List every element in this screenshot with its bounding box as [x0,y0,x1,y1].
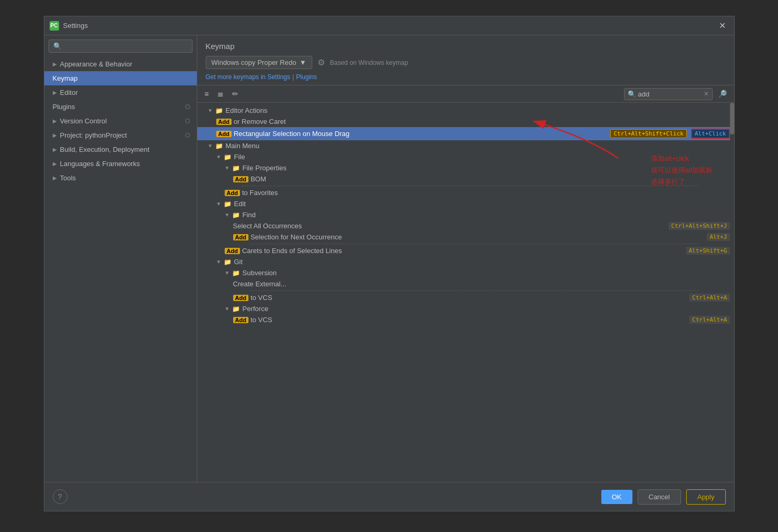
sidebar-item-editor[interactable]: ▶ Editor [44,85,197,100]
tree-edit-row[interactable]: ▼ 📁 Edit [197,198,734,209]
tree-select-all-row[interactable]: Select All Occurrences Ctrl+Alt+Shift+J [197,220,734,231]
tree-add-to-vcs-row[interactable]: Add to VCS Ctrl+Alt+A [197,292,734,303]
sidebar-item-label: Editor [60,89,78,96]
file-label: File [234,153,730,161]
chevron-right-icon: ▶ [53,118,57,124]
get-more-keymaps-link[interactable]: Get more keymaps in Settings [206,73,291,81]
tree-editor-actions-row[interactable]: ▼ 📁 Editor Actions [197,105,734,116]
clear-search-button[interactable]: ✕ [704,90,709,98]
gear-icon[interactable]: ⚙ [318,57,325,67]
tree-find-row[interactable]: ▼ 📁 Find [197,209,734,220]
sidebar-search[interactable]: 🔍 [49,40,193,53]
edit-label: Edit [234,200,730,208]
chevron-down-icon: ▼ [208,143,215,149]
advanced-search-button[interactable]: 🔎 [715,88,730,100]
help-button[interactable]: ? [53,489,68,504]
shortcut-ctrl-alt-a: Ctrl+Alt+A [689,294,729,302]
separator [250,244,698,244]
sidebar-item-version-control[interactable]: ▶ Version Control ⬡ [44,114,197,128]
ok-button[interactable]: OK [601,490,632,504]
add-badge: Add [216,119,232,125]
bottom-bar: ? OK Cancel Apply [44,482,734,511]
tree-add-selection-next-row[interactable]: Add Selection for Next Occurrence Alt+J [197,231,734,243]
tree-add-remove-caret-row[interactable]: Add or Remove Caret [197,116,734,127]
separator [242,186,698,186]
sidebar-item-plugins[interactable]: Plugins ⬡ [44,100,197,114]
tree-create-external-row[interactable]: Create External... [197,278,734,289]
shortcut-row: Ctrl+Alt+A [687,316,729,324]
apply-button[interactable]: Apply [686,489,726,505]
add-to-vcs-perf-label: to VCS [251,316,687,324]
keymap-links: Get more keymaps in Settings | Plugins [206,73,726,81]
shortcut-row: Alt+Shift+G [684,247,730,255]
tree-main-menu-row[interactable]: ▼ 📁 Main Menu [197,140,734,151]
editor-actions-label: Editor Actions [226,107,730,114]
shortcut-ctrl-alt-shift-click: Ctrl+Alt+Shift+Click [610,129,686,138]
chevron-right-icon: ▶ [53,175,57,181]
sidebar-item-label: Keymap [53,74,78,82]
sidebar-item-build[interactable]: ▶ Build, Execution, Deployment [44,142,197,157]
title-bar: PC Settings ✕ [44,16,734,35]
tree-add-bom-row[interactable]: Add BOM [197,173,734,185]
tree-file-properties-row[interactable]: ▼ 📁 File Properties [197,162,734,173]
collapse-all-button[interactable]: ≡ [201,88,212,100]
sidebar-item-languages[interactable]: ▶ Languages & Frameworks [44,157,197,171]
tree-add-favorites-row[interactable]: Add to Favorites [197,187,734,198]
tree-subversion-row[interactable]: ▼ 📁 Subversion [197,267,734,278]
main-panel: Keymap Windows copy Proper Redo ▼ ⚙ Base… [197,35,734,482]
tree-add-to-vcs-perf-row[interactable]: Add to VCS Ctrl+Alt+A [197,314,734,325]
sidebar-item-label: Plugins [53,103,75,111]
folder-icon: 📁 [224,200,232,208]
chevron-down-icon: ▼ [225,212,232,218]
nav-items: ▶ Appearance & Behavior Keymap ▶ Editor … [44,57,197,482]
chevron-down-icon: ▼ [216,201,224,207]
tree-add-carets-row[interactable]: Add Carets to Ends of Selected Lines Alt… [197,245,734,256]
chevron-down-icon: ▼ [216,154,224,160]
keymap-dropdown[interactable]: Windows copy Proper Redo ▼ [206,56,312,69]
main-menu-label: Main Menu [226,142,730,150]
tree-perforce-row[interactable]: ▼ 📁 Perforce [197,303,734,314]
shortcut-row: Alt+J [705,233,729,241]
cancel-button[interactable]: Cancel [638,489,681,505]
shortcut-alt-click: Alt+Click [691,129,730,139]
search-field[interactable]: 🔍 ✕ [624,88,713,100]
close-button[interactable]: ✕ [716,20,729,32]
keymap-toolbar: ≡ ≣ ✏ 🔍 ✕ 🔎 [197,85,734,103]
sidebar-item-label: Languages & Frameworks [60,160,140,168]
file-properties-label: File Properties [243,164,730,172]
folder-icon: 📁 [215,107,224,114]
plugins-link[interactable]: Plugins [296,73,316,81]
search-icon: 🔍 [53,42,62,50]
tree-file-row[interactable]: ▼ 📁 File [197,151,734,162]
expand-button[interactable]: ≣ [214,88,227,100]
edit-button[interactable]: ✏ [229,88,242,100]
chevron-down-icon: ▼ [208,108,215,113]
tree-git-row[interactable]: ▼ 📁 Git [197,256,734,267]
sidebar-item-project[interactable]: ▶ Project: pythonProject ⬡ [44,128,197,142]
shortcut-alt-shift-g: Alt+Shift+G [686,247,730,255]
shortcut-ctrl-alt-shift-j: Ctrl+Alt+Shift+J [669,222,730,230]
content-area: 🔍 ▶ Appearance & Behavior Keymap ▶ Edito… [44,35,734,482]
based-on-label: Based on Windows keymap [330,59,408,66]
sidebar-item-label: Version Control [60,117,107,125]
chevron-down-icon: ▼ [225,165,232,171]
search-input[interactable] [638,90,702,98]
chevron-right-icon: ▶ [53,147,57,152]
chevron-right-icon: ▶ [53,132,57,138]
sidebar-search-input[interactable] [65,42,188,50]
add-rect-label: Rectangular Selection on Mouse Drag [234,130,609,138]
sidebar-item-keymap[interactable]: Keymap [44,71,197,85]
sidebar-item-appearance[interactable]: ▶ Appearance & Behavior [44,57,197,71]
select-all-label: Select All Occurrences [233,222,667,230]
add-badge: Add [216,131,232,137]
scrollbar-thumb[interactable] [730,103,734,134]
perforce-label: Perforce [243,305,730,313]
dropdown-chevron-icon: ▼ [300,59,306,66]
chevron-down-icon: ▼ [225,270,232,276]
add-badge: Add [225,248,240,254]
scrollbar[interactable] [730,103,734,482]
link-separator: | [292,73,294,81]
tree-add-rect-row[interactable]: Add Rectangular Selection on Mouse Drag … [197,127,734,140]
settings-dialog: PC Settings ✕ 🔍 ▶ Appearance & Behavior … [44,16,735,511]
sidebar-item-tools[interactable]: ▶ Tools [44,171,197,185]
